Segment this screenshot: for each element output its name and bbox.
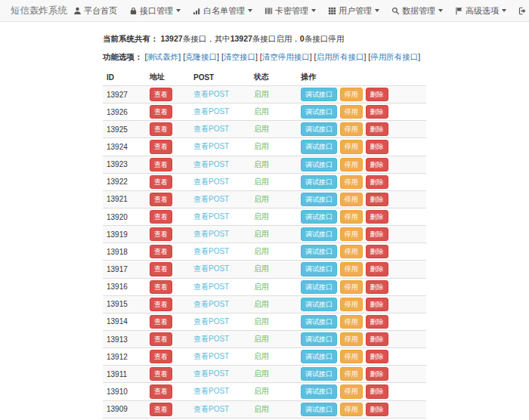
delete-button[interactable]: 删除 bbox=[366, 245, 388, 258]
delete-button[interactable]: 删除 bbox=[366, 227, 388, 241]
delete-button[interactable]: 删除 bbox=[366, 280, 388, 294]
debug-api-button[interactable]: 调试接口 bbox=[301, 193, 337, 206]
option-link-clear-api[interactable]: 清空接口 bbox=[224, 52, 255, 61]
view-post-link[interactable]: 查看POST bbox=[193, 352, 229, 360]
view-button[interactable]: 查看 bbox=[150, 262, 172, 276]
delete-button[interactable]: 删除 bbox=[366, 403, 388, 416]
debug-api-button[interactable]: 调试接口 bbox=[301, 245, 337, 258]
nav-item-platform-home[interactable]: 平台首页 bbox=[67, 0, 123, 21]
disable-button[interactable]: 停用 bbox=[340, 403, 363, 416]
disable-button[interactable]: 停用 bbox=[340, 262, 363, 276]
delete-button[interactable]: 删除 bbox=[366, 332, 388, 346]
view-post-link[interactable]: 查看POST bbox=[193, 212, 229, 221]
disable-button[interactable]: 停用 bbox=[340, 158, 363, 171]
view-button[interactable]: 查看 bbox=[150, 280, 172, 294]
view-post-link[interactable]: 查看POST bbox=[193, 230, 229, 238]
view-button[interactable]: 查看 bbox=[150, 105, 172, 119]
delete-button[interactable]: 删除 bbox=[366, 88, 388, 101]
debug-api-button[interactable]: 调试接口 bbox=[301, 210, 337, 224]
option-link-test-bomb[interactable]: 测试轰炸 bbox=[147, 52, 178, 61]
view-post-link[interactable]: 查看POST bbox=[193, 90, 229, 98]
view-button[interactable]: 查看 bbox=[150, 158, 172, 171]
nav-item-data-management[interactable]: 数据管理 bbox=[385, 0, 449, 21]
debug-api-button[interactable]: 调试接口 bbox=[301, 315, 337, 329]
view-post-link[interactable]: 查看POST bbox=[193, 300, 229, 308]
view-post-link[interactable]: 查看POST bbox=[193, 142, 229, 150]
disable-button[interactable]: 停用 bbox=[340, 315, 363, 329]
disable-button[interactable]: 停用 bbox=[340, 280, 363, 294]
disable-button[interactable]: 停用 bbox=[340, 88, 363, 101]
option-link-enable-all-api[interactable]: 启用所有接口 bbox=[316, 52, 363, 61]
view-button[interactable]: 查看 bbox=[150, 227, 172, 241]
view-button[interactable]: 查看 bbox=[150, 315, 172, 329]
view-button[interactable]: 查看 bbox=[150, 245, 172, 258]
view-post-link[interactable]: 查看POST bbox=[193, 283, 229, 291]
disable-button[interactable]: 停用 bbox=[340, 105, 363, 119]
view-post-link[interactable]: 查看POST bbox=[193, 178, 229, 186]
nav-item-api-management[interactable]: 接口管理 bbox=[123, 0, 187, 21]
view-post-link[interactable]: 查看POST bbox=[193, 369, 229, 378]
debug-api-button[interactable]: 调试接口 bbox=[301, 158, 337, 171]
view-button[interactable]: 查看 bbox=[150, 122, 172, 136]
view-post-link[interactable]: 查看POST bbox=[193, 264, 229, 273]
debug-api-button[interactable]: 调试接口 bbox=[301, 140, 337, 153]
view-post-link[interactable]: 查看POST bbox=[193, 405, 229, 413]
view-button[interactable]: 查看 bbox=[150, 367, 172, 381]
debug-api-button[interactable]: 调试接口 bbox=[301, 175, 337, 189]
debug-api-button[interactable]: 调试接口 bbox=[301, 332, 337, 346]
disable-button[interactable]: 停用 bbox=[340, 227, 363, 241]
view-post-link[interactable]: 查看POST bbox=[193, 247, 229, 255]
view-button[interactable]: 查看 bbox=[150, 403, 172, 416]
view-button[interactable]: 查看 bbox=[150, 332, 172, 346]
disable-button[interactable]: 停用 bbox=[340, 210, 363, 224]
debug-api-button[interactable]: 调试接口 bbox=[301, 122, 337, 136]
view-post-link[interactable]: 查看POST bbox=[193, 107, 229, 116]
delete-button[interactable]: 删除 bbox=[366, 175, 388, 189]
nav-item-whitelist-management[interactable]: 白名单管理 bbox=[187, 0, 258, 21]
view-button[interactable]: 查看 bbox=[150, 210, 172, 224]
delete-button[interactable]: 删除 bbox=[366, 298, 388, 311]
disable-button[interactable]: 停用 bbox=[340, 245, 363, 258]
debug-api-button[interactable]: 调试接口 bbox=[301, 350, 337, 363]
option-link-disable-all-api[interactable]: 停用所有接口 bbox=[370, 52, 418, 61]
nav-item-advanced-options[interactable]: 高级选项 bbox=[449, 0, 512, 21]
debug-api-button[interactable]: 调试接口 bbox=[301, 384, 337, 398]
disable-button[interactable]: 停用 bbox=[340, 332, 363, 346]
view-post-link[interactable]: 查看POST bbox=[193, 317, 229, 326]
view-post-link[interactable]: 查看POST bbox=[193, 387, 229, 395]
view-button[interactable]: 查看 bbox=[150, 384, 172, 398]
delete-button[interactable]: 删除 bbox=[366, 158, 388, 171]
view-post-link[interactable]: 查看POST bbox=[193, 195, 229, 203]
view-post-link[interactable]: 查看POST bbox=[193, 160, 229, 168]
disable-button[interactable]: 停用 bbox=[340, 367, 363, 381]
delete-button[interactable]: 删除 bbox=[366, 122, 388, 136]
disable-button[interactable]: 停用 bbox=[340, 140, 363, 153]
option-link-clone-api[interactable]: 克隆接口 bbox=[185, 52, 217, 61]
view-button[interactable]: 查看 bbox=[150, 175, 172, 189]
view-post-link[interactable]: 查看POST bbox=[193, 125, 229, 133]
view-button[interactable]: 查看 bbox=[150, 140, 172, 153]
debug-api-button[interactable]: 调试接口 bbox=[301, 227, 337, 241]
delete-button[interactable]: 删除 bbox=[366, 384, 388, 398]
disable-button[interactable]: 停用 bbox=[340, 384, 363, 398]
app-title[interactable]: 短信轰炸系统 bbox=[11, 5, 67, 17]
disable-button[interactable]: 停用 bbox=[340, 175, 363, 189]
debug-api-button[interactable]: 调试接口 bbox=[301, 280, 337, 294]
nav-item-card-key-management[interactable]: 卡密管理 bbox=[258, 0, 322, 21]
view-button[interactable]: 查看 bbox=[150, 298, 172, 311]
debug-api-button[interactable]: 调试接口 bbox=[301, 367, 337, 381]
delete-button[interactable]: 删除 bbox=[366, 315, 388, 329]
disable-button[interactable]: 停用 bbox=[340, 193, 363, 206]
delete-button[interactable]: 删除 bbox=[366, 367, 388, 381]
disable-button[interactable]: 停用 bbox=[340, 122, 363, 136]
debug-api-button[interactable]: 调试接口 bbox=[301, 262, 337, 276]
nav-item-user-management[interactable]: 用户管理 bbox=[322, 0, 385, 21]
view-button[interactable]: 查看 bbox=[150, 350, 172, 363]
delete-button[interactable]: 删除 bbox=[366, 350, 388, 363]
view-post-link[interactable]: 查看POST bbox=[193, 335, 229, 343]
delete-button[interactable]: 删除 bbox=[366, 105, 388, 119]
delete-button[interactable]: 删除 bbox=[366, 140, 388, 153]
delete-button[interactable]: 删除 bbox=[366, 193, 388, 206]
nav-item-logout[interactable]: 退出登陆 bbox=[512, 0, 529, 21]
debug-api-button[interactable]: 调试接口 bbox=[301, 298, 337, 311]
